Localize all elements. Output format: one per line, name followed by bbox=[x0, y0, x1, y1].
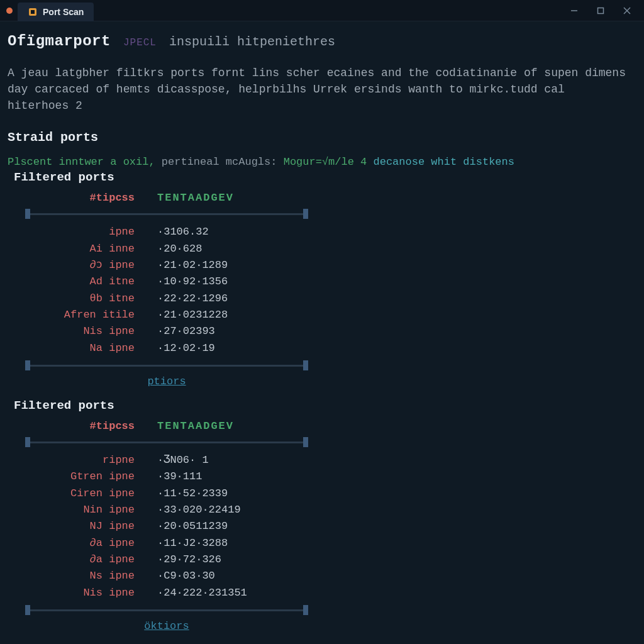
page-title-accent: JPECL bbox=[123, 37, 157, 48]
table-separator bbox=[25, 209, 308, 219]
col-header-2: TENTAADGEV bbox=[157, 192, 636, 204]
port-name: ripne bbox=[25, 452, 157, 469]
table-row: ∂a ipne·11·J2·3288 bbox=[25, 535, 636, 552]
separator-handle-left[interactable] bbox=[25, 209, 30, 219]
port-value: ·11·52·2339 bbox=[157, 486, 228, 502]
status-part-4: decanose whit distkens bbox=[367, 156, 514, 168]
col-header-1: #tipcss bbox=[25, 192, 157, 204]
col-header-1: #tipcss bbox=[25, 420, 157, 432]
port-name: ∂a ipne bbox=[25, 552, 157, 568]
port-name: Afren itile bbox=[25, 307, 157, 323]
port-name: Nis ipne bbox=[25, 585, 157, 601]
status-part-2: pertineal mcAugls: bbox=[155, 156, 277, 168]
table-row: ∂ɔ ipne·21·02·1289 bbox=[25, 257, 636, 274]
table-row: Ns ipne·С9·03·30 bbox=[25, 568, 636, 584]
table-action-link: öktiors bbox=[25, 620, 308, 632]
port-name: Ns ipne bbox=[25, 568, 157, 584]
svg-rect-3 bbox=[598, 8, 604, 13]
content-area: Ofïgmarport JPECL inspuili hitpeniethres… bbox=[0, 21, 644, 632]
tab-label: Port Scan bbox=[43, 7, 84, 17]
status-part-3: Mogur=√m/le 4 bbox=[284, 156, 367, 168]
separator-handle-right[interactable] bbox=[303, 605, 308, 615]
port-value: ·3106.32 bbox=[157, 224, 209, 240]
port-name: ∂a ipne bbox=[25, 535, 157, 552]
separator-handle-left[interactable] bbox=[25, 360, 30, 370]
port-value: ·21·02·1289 bbox=[157, 257, 228, 274]
table-row: Nis ipne·27·02393 bbox=[25, 323, 636, 340]
port-value: ·39·111 bbox=[157, 469, 202, 485]
table-action-link: ptiors bbox=[25, 375, 308, 387]
port-value: ·ƷN06· 1 bbox=[157, 452, 209, 469]
table-row: NJ ipne·20·0511239 bbox=[25, 518, 636, 535]
separator-handle-right[interactable] bbox=[303, 360, 308, 370]
separator-line bbox=[30, 609, 303, 611]
table-separator bbox=[25, 437, 308, 447]
minimize-button[interactable] bbox=[569, 5, 580, 16]
table-separator bbox=[25, 605, 308, 615]
subsection-heading: Filtered ports bbox=[14, 399, 636, 413]
page-subtitle: inspuili hitpeniethres bbox=[169, 35, 335, 49]
table-row: Ai inne·20·628 bbox=[25, 241, 636, 257]
ports-table-1: #tipcss TENTAADGEV ipne·3106.32Ai inne·2… bbox=[25, 192, 636, 370]
svg-rect-1 bbox=[31, 10, 35, 14]
table-header: #tipcss TENTAADGEV bbox=[25, 420, 636, 436]
port-value: ·10·92·1356 bbox=[157, 274, 228, 290]
port-value: ·С9·03·30 bbox=[157, 568, 215, 584]
port-value: ·22·22·1296 bbox=[157, 291, 228, 307]
port-name: Ai inne bbox=[25, 241, 157, 257]
col-header-2: TENTAADGEV bbox=[157, 420, 636, 432]
page-title: Ofïgmarport bbox=[8, 33, 111, 50]
table-row: θb itne·22·22·1296 bbox=[25, 291, 636, 307]
separator-line bbox=[30, 441, 303, 443]
separator-handle-right[interactable] bbox=[303, 437, 308, 447]
separator-handle-right[interactable] bbox=[303, 209, 308, 219]
port-value: ·24·222·231351 bbox=[157, 585, 247, 601]
port-value: ·27·02393 bbox=[157, 323, 215, 340]
status-line: Plscent inntwer a oxil, pertineal mcAugl… bbox=[8, 156, 636, 168]
port-name: NJ ipne bbox=[25, 518, 157, 535]
table-row: Ad itne·10·92·1356 bbox=[25, 274, 636, 290]
separator-handle-left[interactable] bbox=[25, 605, 30, 615]
table-header: #tipcss TENTAADGEV bbox=[25, 192, 636, 208]
port-name: Gtren ipne bbox=[25, 469, 157, 485]
table-body: ipne·3106.32Ai inne·20·628∂ɔ ipne·21·02·… bbox=[25, 224, 636, 357]
port-value: ·29·72·326 bbox=[157, 552, 221, 568]
table-row: Ciren ipne·11·52·2339 bbox=[25, 486, 636, 502]
port-name: ∂ɔ ipne bbox=[25, 257, 157, 274]
options-link[interactable]: ptiors bbox=[147, 375, 186, 387]
tab-port-scan[interactable]: Port Scan bbox=[18, 3, 94, 21]
port-name: Nin ipne bbox=[25, 502, 157, 518]
table-row: Afren itile·21·0231228 bbox=[25, 307, 636, 323]
table-separator bbox=[25, 360, 308, 370]
ports-table-2: #tipcss TENTAADGEV ripne·ƷN06· 1Gtren ip… bbox=[25, 420, 636, 615]
port-value: ·20·0511239 bbox=[157, 518, 228, 535]
separator-handle-left[interactable] bbox=[25, 437, 30, 447]
table-row: ripne·ƷN06· 1 bbox=[25, 452, 636, 469]
table-row: Na ipne·12·02·19 bbox=[25, 340, 636, 357]
maximize-button[interactable] bbox=[595, 5, 606, 16]
port-value: ·21·0231228 bbox=[157, 307, 228, 323]
options-link[interactable]: öktiors bbox=[144, 620, 189, 632]
table-row: Nin ipne·33·020·22419 bbox=[25, 502, 636, 518]
subsection-heading: Filtered ports bbox=[14, 170, 636, 184]
port-value: ·12·02·19 bbox=[157, 340, 215, 357]
title-bar: Port Scan bbox=[0, 0, 644, 21]
table-row: ∂a ipne·29·72·326 bbox=[25, 552, 636, 568]
separator-line bbox=[30, 365, 303, 367]
page-header: Ofïgmarport JPECL inspuili hitpeniethres bbox=[8, 33, 636, 50]
port-value: ·11·J2·3288 bbox=[157, 535, 228, 552]
tab-active-indicator bbox=[6, 8, 13, 14]
table-body: ripne·ƷN06· 1Gtren ipne·39·111Ciren ipne… bbox=[25, 452, 636, 601]
port-name: Na ipne bbox=[25, 340, 157, 357]
radar-icon bbox=[28, 7, 38, 17]
port-name: Ad itne bbox=[25, 274, 157, 290]
port-name: Ciren ipne bbox=[25, 486, 157, 502]
section-heading: Straid ports bbox=[8, 130, 636, 145]
window-controls bbox=[569, 5, 644, 16]
separator-line bbox=[30, 213, 303, 215]
table-row: Gtren ipne·39·111 bbox=[25, 469, 636, 485]
close-button[interactable] bbox=[621, 5, 633, 16]
port-name: θb itne bbox=[25, 291, 157, 307]
port-value: ·33·020·22419 bbox=[157, 502, 241, 518]
port-name: ipne bbox=[25, 224, 157, 240]
